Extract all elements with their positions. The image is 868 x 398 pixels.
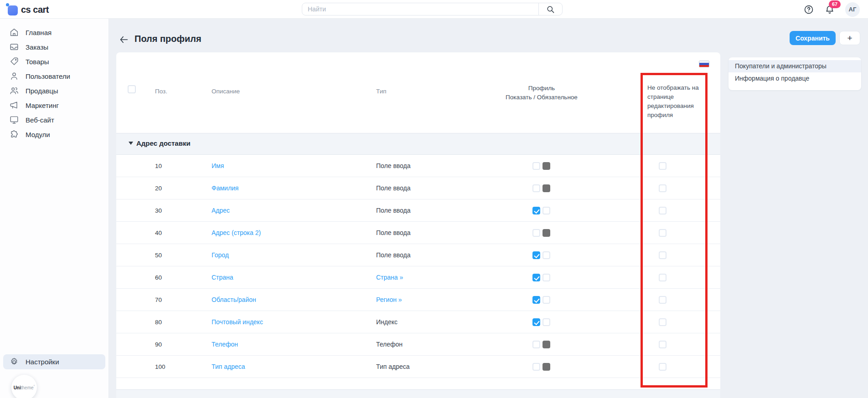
row-position: 40 — [155, 222, 162, 244]
row-type: Поле ввода — [376, 244, 411, 266]
russian-flag-icon[interactable] — [699, 61, 709, 67]
required-checkbox[interactable] — [542, 318, 550, 326]
table-row: 50 Город Поле ввода — [116, 244, 720, 266]
row-description-link[interactable]: Тип адреса — [212, 356, 245, 378]
column-header-type: Тип — [376, 88, 387, 95]
profile-type-item[interactable]: Информация о продавце — [728, 72, 861, 85]
row-type: Индекс — [376, 311, 398, 333]
hide-on-edit-checkbox[interactable] — [659, 184, 666, 192]
show-checkbox[interactable] — [532, 229, 540, 237]
required-checkbox[interactable] — [542, 207, 550, 214]
row-type[interactable]: Страна » — [376, 266, 403, 289]
row-position: 60 — [155, 266, 162, 289]
select-all-checkbox[interactable] — [128, 85, 136, 93]
row-position: 100 — [155, 356, 165, 378]
sidebar-item-label: Продавцы — [26, 87, 58, 95]
hide-on-edit-checkbox[interactable] — [659, 318, 666, 326]
row-description-link[interactable]: Почтовый индекс — [212, 311, 263, 333]
unitheme-badge[interactable]: Unitheme° — [11, 375, 37, 398]
home-icon — [9, 27, 19, 37]
hide-on-edit-checkbox[interactable] — [659, 341, 666, 348]
sidebar-item-marketing[interactable]: Маркетинг — [0, 98, 108, 112]
row-type: Поле ввода — [376, 199, 411, 222]
users-icon — [9, 71, 19, 81]
hide-on-edit-checkbox[interactable] — [659, 274, 666, 281]
sidebar-item-label: Заказы — [26, 43, 48, 51]
row-position: 70 — [155, 289, 162, 311]
column-header-description: Описание — [212, 88, 240, 95]
hide-on-edit-checkbox[interactable] — [659, 162, 666, 170]
required-checkbox[interactable] — [542, 363, 550, 371]
required-checkbox[interactable] — [542, 162, 550, 170]
unitheme-label: Unitheme° — [14, 385, 35, 390]
sidebar-item-website[interactable]: Веб-сайт — [0, 112, 108, 127]
gear-icon — [9, 357, 19, 367]
topbar-right: 67 АГ — [803, 0, 860, 19]
sidebar-item-modules[interactable]: Модули — [0, 127, 108, 142]
save-button[interactable]: Сохранить — [790, 31, 836, 45]
required-checkbox[interactable] — [542, 341, 550, 348]
row-type[interactable]: Регион » — [376, 289, 402, 311]
back-arrow-icon — [119, 35, 129, 45]
row-description-link[interactable]: Имя — [212, 155, 224, 177]
required-checkbox[interactable] — [542, 274, 550, 281]
sidebar-item-orders[interactable]: Заказы — [0, 40, 108, 54]
help-icon — [804, 5, 814, 15]
help-button[interactable] — [803, 4, 814, 15]
vendors-icon — [9, 86, 19, 96]
show-checkbox[interactable] — [532, 296, 540, 304]
sidebar: Главная Заказы Товары Пользователи Прода… — [0, 19, 109, 398]
required-checkbox[interactable] — [542, 184, 550, 192]
show-checkbox[interactable] — [532, 318, 540, 326]
sidebar-item-label: Главная — [26, 29, 52, 36]
row-description-link[interactable]: Фамилия — [212, 177, 238, 199]
search-icon — [546, 5, 555, 14]
row-description-link[interactable]: Область/район — [212, 289, 256, 311]
sidebar-item-users[interactable]: Пользователи — [0, 69, 108, 83]
section-row-shipping-address: Адрес доставки — [116, 133, 720, 155]
hide-on-edit-checkbox[interactable] — [659, 207, 666, 214]
hide-on-edit-checkbox[interactable] — [659, 251, 666, 259]
show-checkbox[interactable] — [532, 207, 540, 214]
table-row: 10 Имя Поле ввода — [116, 155, 720, 177]
sidebar-item-vendors[interactable]: Продавцы — [0, 83, 108, 98]
table-row: 40 Адрес (строка 2) Поле ввода — [116, 222, 720, 244]
add-field-button[interactable]: + — [839, 31, 860, 45]
table-row: 20 Фамилия Поле ввода — [116, 177, 720, 199]
sidebar-item-settings[interactable]: Настройки — [3, 354, 105, 369]
show-checkbox[interactable] — [532, 341, 540, 348]
show-checkbox[interactable] — [532, 274, 540, 281]
search-button[interactable] — [538, 3, 562, 15]
notifications-button[interactable]: 67 — [824, 4, 835, 15]
show-checkbox[interactable] — [532, 184, 540, 192]
required-checkbox[interactable] — [542, 251, 550, 259]
show-checkbox[interactable] — [532, 162, 540, 170]
show-checkbox[interactable] — [532, 251, 540, 259]
cs-cart-logo[interactable]: cs cart — [6, 2, 70, 17]
required-checkbox[interactable] — [542, 229, 550, 237]
row-description-link[interactable]: Страна — [212, 266, 233, 289]
show-checkbox[interactable] — [532, 363, 540, 371]
sidebar-item-home[interactable]: Главная — [0, 25, 108, 40]
profile-type-item[interactable]: Покупатели и администраторы — [728, 60, 861, 72]
marketing-icon — [9, 100, 19, 110]
back-button[interactable] — [118, 34, 130, 46]
search-input[interactable] — [302, 3, 538, 15]
products-icon — [9, 56, 19, 66]
row-description-link[interactable]: Адрес — [212, 199, 230, 222]
row-description-link[interactable]: Адрес (строка 2) — [212, 222, 261, 244]
sidebar-item-label: Веб-сайт — [26, 116, 54, 124]
row-type: Телефон — [376, 333, 403, 356]
sidebar-nav: Главная Заказы Товары Пользователи Прода… — [0, 19, 108, 142]
hide-on-edit-checkbox[interactable] — [659, 363, 666, 371]
sidebar-item-products[interactable]: Товары — [0, 54, 108, 69]
required-checkbox[interactable] — [542, 296, 550, 304]
table-rows: 10 Имя Поле ввода 20 Фамилия Поле ввода … — [116, 155, 720, 378]
hide-on-edit-checkbox[interactable] — [659, 296, 666, 304]
collapse-caret-icon[interactable] — [129, 142, 133, 145]
row-description-link[interactable]: Телефон — [212, 333, 238, 356]
avatar[interactable]: АГ — [845, 2, 860, 17]
website-icon — [9, 115, 19, 125]
row-description-link[interactable]: Город — [212, 244, 229, 266]
hide-on-edit-checkbox[interactable] — [659, 229, 666, 237]
